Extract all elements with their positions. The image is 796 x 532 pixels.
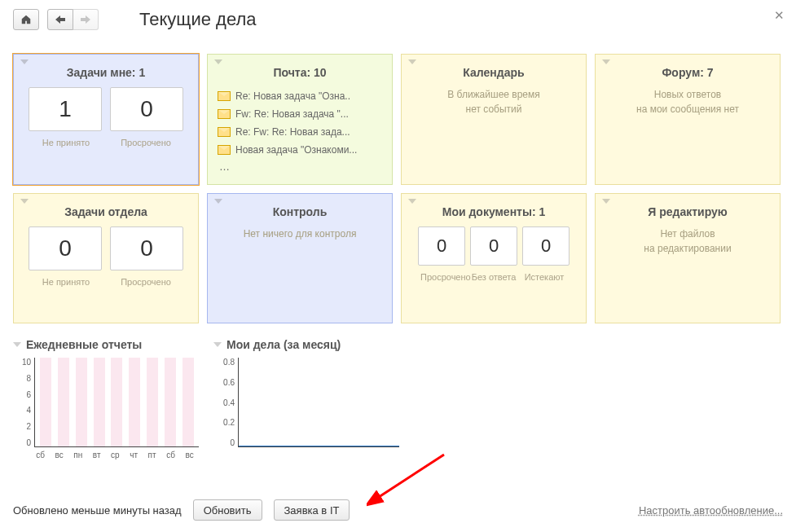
card-title: Задачи отдела bbox=[24, 205, 188, 218]
home-icon bbox=[20, 14, 32, 25]
card-collapse-handle[interactable] bbox=[20, 59, 29, 64]
card-collapse-handle[interactable] bbox=[20, 199, 29, 204]
card-control[interactable]: Контроль Нет ничего для контроля bbox=[207, 193, 393, 323]
card-calendar[interactable]: Календарь В ближайшее времянет событий bbox=[401, 54, 587, 185]
bar-chart: 1086420 bbox=[13, 358, 199, 447]
bar bbox=[165, 358, 176, 446]
card-tasks-me[interactable]: Задачи мне: 1 1 0 Не принято Просрочено bbox=[13, 54, 199, 185]
mail-item[interactable]: Fw: Re: Новая задача "... bbox=[218, 105, 382, 123]
kpi-label: Без ответа bbox=[471, 272, 517, 282]
card-title: Задачи мне: 1 bbox=[24, 66, 188, 79]
mail-item[interactable]: Re: Новая задача "Озна.. bbox=[218, 87, 382, 105]
arrow-left-icon bbox=[55, 15, 65, 24]
it-request-button[interactable]: Заявка в IT bbox=[274, 499, 350, 521]
bar bbox=[58, 358, 69, 446]
card-message: Новых ответовна мои сообщения нет bbox=[605, 87, 770, 117]
mail-subject: Новая задача "Ознакоми... bbox=[235, 144, 357, 156]
widget-collapse-handle[interactable] bbox=[213, 342, 222, 347]
card-title: Контроль bbox=[218, 205, 382, 218]
bar bbox=[94, 358, 105, 446]
kpi-overdue[interactable]: 0 bbox=[110, 87, 183, 131]
kpi-overdue[interactable]: 0 bbox=[110, 226, 183, 270]
card-editing[interactable]: Я редактирую Нет файловна редактировании bbox=[595, 193, 781, 323]
card-title: Календарь bbox=[411, 66, 576, 79]
card-tasks-dept[interactable]: Задачи отдела 0 0 Не принято Просрочено bbox=[13, 193, 199, 323]
close-button[interactable]: ✕ bbox=[774, 8, 785, 23]
card-collapse-handle[interactable] bbox=[214, 59, 222, 64]
card-forum[interactable]: Форум: 7 Новых ответовна мои сообщения н… bbox=[595, 54, 781, 185]
envelope-icon bbox=[218, 91, 231, 101]
back-button[interactable] bbox=[47, 9, 73, 30]
mail-item[interactable]: Новая задача "Ознакоми... bbox=[218, 141, 382, 159]
kpi-expiring[interactable]: 0 bbox=[522, 226, 570, 266]
envelope-icon bbox=[218, 127, 231, 137]
home-button[interactable] bbox=[13, 9, 39, 30]
configure-autorefresh-link[interactable]: Настроить автообновление... bbox=[639, 504, 783, 517]
kpi-no-reply[interactable]: 0 bbox=[470, 226, 517, 266]
card-collapse-handle[interactable] bbox=[214, 199, 222, 204]
kpi-overdue[interactable]: 0 bbox=[418, 226, 465, 266]
card-message: Нет ничего для контроля bbox=[218, 226, 382, 241]
card-collapse-handle[interactable] bbox=[602, 199, 610, 204]
card-message: В ближайшее времянет событий bbox=[411, 87, 576, 117]
bar bbox=[40, 358, 51, 446]
svg-line-0 bbox=[376, 455, 444, 499]
card-title: Я редактирую bbox=[605, 205, 770, 218]
bar bbox=[76, 358, 87, 446]
envelope-icon bbox=[218, 145, 231, 155]
widget-monthly-deals: Мои дела (за месяц) 0.80.60.40.20 bbox=[213, 338, 399, 459]
mail-item[interactable]: Re: Fw: Re: Новая зада... bbox=[218, 123, 382, 141]
card-title: Мои документы: 1 bbox=[411, 205, 576, 218]
line-chart: 0.80.60.40.20 bbox=[213, 358, 399, 447]
card-my-documents[interactable]: Мои документы: 1 0 0 0 Просрочено Без от… bbox=[401, 193, 587, 323]
bar bbox=[147, 358, 158, 446]
card-mail[interactable]: Почта: 10 Re: Новая задача "Озна.. Fw: R… bbox=[207, 54, 393, 185]
bar bbox=[111, 358, 122, 446]
bar bbox=[129, 358, 140, 446]
mail-subject: Re: Новая задача "Озна.. bbox=[235, 90, 350, 102]
arrow-right-icon bbox=[81, 15, 90, 24]
card-message: Нет файловна редактировании bbox=[605, 226, 770, 256]
mail-subject: Fw: Re: Новая задача "... bbox=[235, 108, 349, 120]
card-collapse-handle[interactable] bbox=[602, 59, 610, 64]
kpi-label: Истекают bbox=[521, 272, 567, 282]
card-collapse-handle[interactable] bbox=[408, 199, 416, 204]
forward-button[interactable] bbox=[73, 9, 99, 30]
card-collapse-handle[interactable] bbox=[408, 59, 416, 64]
kpi-label: Просрочено bbox=[110, 277, 182, 287]
page-title: Текущие дела bbox=[139, 9, 256, 30]
card-title: Форум: 7 bbox=[605, 66, 770, 79]
card-title: Почта: 10 bbox=[218, 66, 382, 79]
widget-collapse-handle[interactable] bbox=[13, 342, 21, 347]
kpi-not-accepted[interactable]: 0 bbox=[29, 226, 102, 270]
widget-daily-reports: Ежедневные отчеты 1086420 сбвспнвтсрчтпт… bbox=[13, 338, 199, 459]
kpi-label: Просрочено bbox=[110, 138, 182, 147]
status-text: Обновлено меньше минуты назад bbox=[13, 504, 182, 517]
kpi-label: Не принято bbox=[30, 138, 102, 147]
mail-subject: Re: Fw: Re: Новая зада... bbox=[235, 126, 350, 138]
envelope-icon bbox=[218, 109, 231, 119]
refresh-button[interactable]: Обновить bbox=[193, 499, 262, 521]
bar bbox=[183, 358, 194, 446]
kpi-not-accepted[interactable]: 1 bbox=[29, 87, 102, 131]
kpi-label: Просрочено bbox=[420, 272, 466, 282]
kpi-label: Не принято bbox=[30, 277, 102, 287]
widget-title: Ежедневные отчеты bbox=[26, 338, 142, 351]
mail-more[interactable]: … bbox=[219, 160, 382, 173]
widget-title: Мои дела (за месяц) bbox=[226, 338, 341, 351]
